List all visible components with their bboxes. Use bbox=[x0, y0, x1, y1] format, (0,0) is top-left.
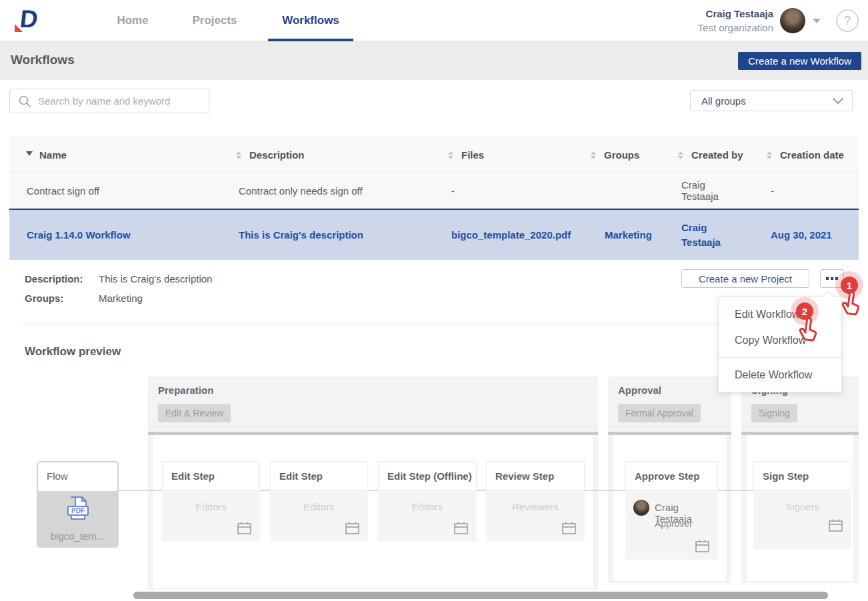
cell-description: Contract only needs sign off bbox=[239, 173, 363, 209]
pointer-hand-icon bbox=[794, 316, 822, 347]
step-title: Review Step bbox=[486, 461, 585, 491]
sort-icon[interactable] bbox=[236, 151, 243, 159]
menu-item-delete-workflow[interactable]: Delete Workflow bbox=[719, 362, 841, 388]
sort-icon[interactable] bbox=[591, 151, 597, 159]
svg-text:PDF: PDF bbox=[71, 507, 85, 514]
step-role: Editors bbox=[378, 501, 477, 512]
user-info[interactable]: Craig Testaaja Test organization bbox=[698, 7, 773, 35]
table-row-selected[interactable]: Craig 1.14.0 Workflow This is Craig's de… bbox=[9, 209, 859, 260]
cell-files: - bbox=[451, 173, 455, 209]
flow-connector bbox=[718, 490, 753, 491]
sort-icon[interactable] bbox=[767, 151, 773, 159]
cell-created-by: Craig Testaaja bbox=[681, 221, 743, 250]
column-header-files[interactable]: Files bbox=[461, 137, 484, 173]
create-workflow-button[interactable]: Create a new Workflow bbox=[738, 52, 861, 70]
page-title: Workflows bbox=[11, 53, 75, 67]
menu-item-copy-workflow[interactable]: Copy Workflow bbox=[719, 327, 841, 353]
calendar-icon bbox=[345, 521, 360, 535]
groups-label: Groups: bbox=[25, 293, 63, 304]
phase-title: Preparation bbox=[158, 384, 213, 396]
sort-icon[interactable] bbox=[448, 151, 455, 159]
calendar-icon bbox=[237, 521, 252, 535]
search-icon bbox=[18, 95, 31, 108]
flow-connector bbox=[368, 490, 378, 491]
page-header-band: Workflows Create a new Workflow bbox=[0, 41, 868, 80]
nav-tab-projects[interactable]: Projects bbox=[184, 0, 245, 41]
groups-filter-value: All groups bbox=[701, 95, 832, 107]
calendar-icon bbox=[828, 518, 843, 532]
cell-created-by: Craig Testaaja bbox=[681, 173, 743, 209]
ellipsis-icon bbox=[826, 277, 829, 280]
step-role: Editors bbox=[270, 501, 368, 512]
pointer-hand-icon bbox=[837, 290, 865, 321]
step-role: Reviewers bbox=[486, 501, 585, 512]
help-button[interactable]: ? bbox=[836, 9, 859, 32]
step-title: Approve Step bbox=[625, 461, 718, 491]
phase-tag: Signing bbox=[751, 404, 797, 422]
step-card-edit-1[interactable]: Edit Step Editors bbox=[162, 461, 260, 542]
flow-connector bbox=[585, 490, 625, 491]
workflow-actions-menu: Edit Workflow Copy Workflow Delete Workf… bbox=[718, 297, 842, 392]
sort-desc-icon[interactable] bbox=[26, 151, 33, 156]
calendar-icon bbox=[453, 521, 469, 535]
create-project-button[interactable]: Create a new Project bbox=[681, 269, 809, 288]
flow-connector bbox=[119, 490, 162, 491]
table-row[interactable]: Contract sign off Contract only needs si… bbox=[9, 172, 859, 209]
phase-tag: Edit & Review bbox=[158, 404, 231, 422]
flow-file-name: bigco_tem... bbox=[37, 530, 119, 542]
description-label: Description: bbox=[25, 273, 83, 285]
logo-letter: D bbox=[19, 5, 39, 33]
calendar-icon bbox=[695, 539, 710, 553]
horizontal-scrollbar[interactable] bbox=[133, 592, 828, 599]
step-card-approve[interactable]: Approve Step Craig Testaaja Approver bbox=[625, 461, 718, 560]
nav-tab-workflows[interactable]: Workflows bbox=[273, 0, 348, 41]
user-avatar[interactable] bbox=[780, 8, 805, 33]
workflows-page: D Home Projects Workflows Craig Testaaja… bbox=[0, 0, 868, 601]
flow-connector bbox=[260, 490, 270, 491]
sort-icon[interactable] bbox=[678, 151, 685, 159]
cell-description: This is Craig's description bbox=[239, 210, 363, 260]
search-box[interactable] bbox=[9, 89, 209, 113]
search-input[interactable] bbox=[38, 95, 198, 107]
groups-filter-dropdown[interactable]: All groups bbox=[690, 90, 853, 111]
column-header-description[interactable]: Description bbox=[249, 137, 305, 173]
column-header-groups[interactable]: Groups bbox=[604, 137, 639, 173]
step-card-edit-offline[interactable]: Edit Step (Offline) Editors bbox=[378, 461, 477, 542]
step-card-edit-2[interactable]: Edit Step Editors bbox=[270, 461, 368, 542]
step-role: Signers bbox=[753, 501, 851, 512]
user-name: Craig Testaaja bbox=[698, 7, 773, 21]
flow-connector bbox=[477, 490, 486, 491]
column-header-name[interactable]: Name bbox=[39, 137, 67, 173]
cell-creation-date: Aug 30, 2021 bbox=[771, 210, 832, 260]
step-card-review[interactable]: Review Step Reviewers bbox=[486, 461, 585, 542]
column-header-creation-date[interactable]: Creation date bbox=[780, 137, 844, 173]
cell-files: bigco_template_2020.pdf bbox=[451, 210, 571, 260]
chevron-down-icon[interactable] bbox=[813, 19, 821, 23]
user-organization: Test organization bbox=[698, 21, 773, 35]
column-header-created-by[interactable]: Created by bbox=[691, 137, 743, 173]
groups-value: Marketing bbox=[99, 293, 143, 304]
step-title: Sign Step bbox=[753, 461, 851, 491]
phase-title: Approval bbox=[618, 384, 661, 396]
cell-name: Contract sign off bbox=[27, 173, 99, 209]
description-value: This is Craig's description bbox=[99, 273, 212, 285]
active-tab-underline bbox=[268, 39, 353, 41]
approver-avatar bbox=[633, 500, 649, 516]
menu-item-edit-workflow[interactable]: Edit Workflow bbox=[719, 301, 841, 327]
flow-node-body[interactable]: PDF bigco_tem... bbox=[37, 491, 119, 548]
phase-tag: Formal Approval bbox=[618, 404, 701, 422]
step-role: Editors bbox=[162, 501, 260, 512]
app-logo[interactable]: D bbox=[15, 5, 44, 36]
pdf-file-icon: PDF bbox=[63, 496, 93, 524]
step-title: Edit Step bbox=[270, 461, 368, 491]
step-title: Edit Step (Offline) bbox=[378, 461, 477, 491]
step-title: Edit Step bbox=[162, 461, 260, 491]
step-card-sign[interactable]: Sign Step Signers bbox=[753, 461, 851, 550]
cell-groups: Marketing bbox=[605, 210, 652, 260]
flow-node-header[interactable]: Flow bbox=[37, 461, 119, 491]
workflow-preview-title: Workflow preview bbox=[25, 345, 121, 358]
nav-tab-home[interactable]: Home bbox=[109, 0, 156, 41]
cell-creation-date: - bbox=[771, 173, 774, 209]
menu-separator bbox=[719, 357, 841, 358]
step-role: Approver bbox=[655, 518, 693, 529]
